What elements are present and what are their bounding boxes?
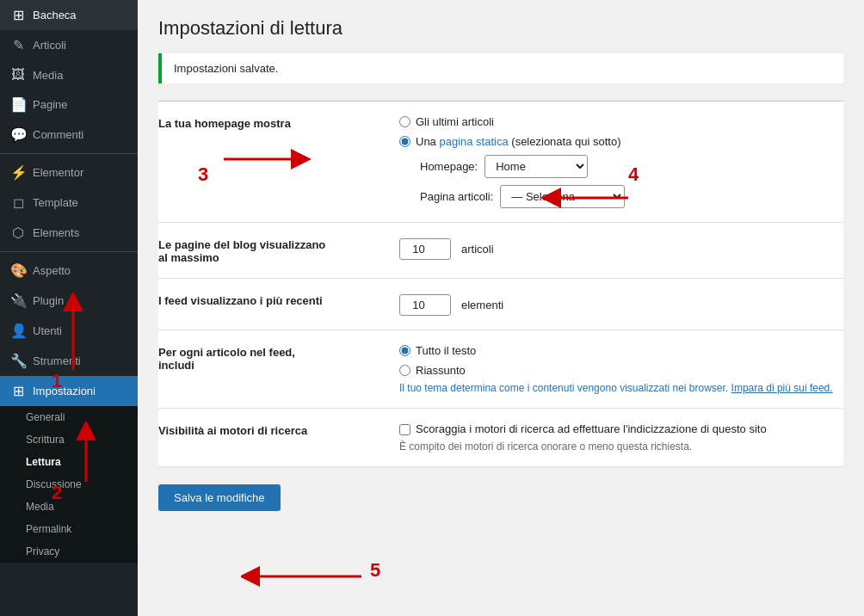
visibility-label: Visibilità ai motori di ricerca: [158, 422, 399, 437]
homepage-radio-group: Gli ultimi articoli Una pagina statica (…: [399, 115, 843, 148]
elementor-icon: ⚡: [10, 164, 26, 181]
submenu-lettura[interactable]: Lettura: [0, 451, 138, 473]
feed-include-label: Per ogni articolo nel feed,includi: [158, 344, 399, 372]
page-title: Impostazioni di lettura: [158, 17, 843, 40]
blog-pages-row: Le pagine del blog visualizzanoal massim…: [158, 223, 843, 279]
submenu-scrittura[interactable]: Scrittura: [0, 428, 138, 451]
visibility-control: Scoraggia i motori di ricerca ad effettu…: [399, 422, 843, 453]
dashboard-icon: ⊞: [10, 7, 26, 23]
feed-radio-summary[interactable]: [399, 365, 410, 376]
articles-select-row: Pagina articoli: — Seleziona —: [420, 185, 843, 208]
sidebar-item-media[interactable]: 🖼 Media: [0, 60, 138, 89]
feed-include-row: Per ogni articolo nel feed,includi Tutto…: [158, 330, 843, 409]
elements-icon: ⬡: [10, 225, 26, 241]
homepage-radio-articles[interactable]: [399, 116, 410, 127]
sidebar-item-utenti[interactable]: 👤 Utenti: [0, 316, 138, 346]
annotation-5: 5: [370, 559, 380, 582]
sidebar-item-bacheca[interactable]: ⊞ Bacheca: [0, 0, 138, 30]
sidebar-item-template[interactable]: ◻ Template: [0, 188, 138, 218]
settings-table: La tua homepage mostra Gli ultimi artico…: [158, 101, 843, 467]
submenu-media[interactable]: Media: [0, 496, 138, 518]
utenti-icon: 👤: [10, 323, 26, 339]
impostazioni-submenu: Generali Scrittura Lettura Discussione M…: [0, 406, 138, 563]
sidebar-item-aspetto[interactable]: 🎨 Aspetto: [0, 256, 138, 286]
plugin-icon: 🔌: [10, 293, 26, 309]
feed-info: Il tuo tema determina come i contenuti v…: [399, 382, 843, 394]
homepage-radio-static[interactable]: [399, 136, 410, 147]
blog-pages-label: Le pagine del blog visualizzanoal massim…: [158, 237, 399, 264]
template-icon: ◻: [10, 194, 26, 211]
feed-control: elementi: [399, 293, 843, 316]
save-button[interactable]: Salva le modifiche: [158, 484, 281, 511]
static-page-link[interactable]: pagina statica: [439, 135, 508, 148]
submenu-generali[interactable]: Generali: [0, 406, 138, 428]
feed-include-option1[interactable]: Tutto il testo: [399, 344, 843, 357]
homepage-select[interactable]: Home: [484, 155, 588, 178]
feed-include-option2[interactable]: Riassunto: [399, 364, 843, 377]
sidebar-item-commenti[interactable]: 💬 Commenti: [0, 120, 138, 150]
comments-icon: 💬: [10, 126, 26, 143]
feed-include-control: Tutto il testo Riassunto Il tuo tema det…: [399, 344, 843, 394]
homepage-option2[interactable]: Una pagina statica (selezionata qui sott…: [399, 135, 843, 148]
sidebar-item-articoli[interactable]: ✎ Articoli: [0, 30, 138, 60]
notice-saved: Impostazioni salvate.: [158, 53, 843, 83]
homepage-control: Gli ultimi articoli Una pagina statica (…: [399, 115, 843, 208]
submenu-discussione[interactable]: Discussione: [0, 473, 138, 496]
feed-radio-full[interactable]: [399, 345, 410, 356]
visibility-checkbox-item[interactable]: Scoraggia i motori di ricerca ad effettu…: [399, 422, 843, 435]
aspetto-icon: 🎨: [10, 262, 26, 279]
submenu-permalink[interactable]: Permalink: [0, 518, 138, 540]
visibility-help: È compito dei motori di ricerca onorare …: [399, 440, 843, 453]
blog-pages-input[interactable]: [399, 238, 451, 260]
blog-pages-control: articoli: [399, 237, 843, 260]
strumenti-icon: 🔧: [10, 353, 26, 369]
homepage-option1[interactable]: Gli ultimi articoli: [399, 115, 843, 128]
articles-field-label: Pagina articoli:: [420, 190, 493, 203]
sidebar-item-impostazioni[interactable]: ⊞ Impostazioni: [0, 376, 138, 406]
submenu-privacy[interactable]: Privacy: [0, 540, 138, 563]
visibility-row: Visibilità ai motori di ricerca Scoraggi…: [158, 409, 843, 467]
feed-row: I feed visualizzano i più recenti elemen…: [158, 279, 843, 330]
separator: [0, 153, 138, 154]
feed-label: I feed visualizzano i più recenti: [158, 293, 399, 307]
feed-info-link[interactable]: Impara di più sui feed.: [731, 382, 833, 394]
articles-icon: ✎: [10, 37, 26, 53]
sidebar-item-elementor[interactable]: ⚡ Elementor: [0, 157, 138, 188]
homepage-row: La tua homepage mostra Gli ultimi artico…: [158, 102, 843, 223]
main-content: Impostazioni di lettura Impostazioni sal…: [138, 0, 864, 616]
pages-icon: 📄: [10, 96, 26, 113]
feed-include-radio-group: Tutto il testo Riassunto: [399, 344, 843, 377]
feed-input[interactable]: [399, 294, 451, 316]
visibility-checkbox[interactable]: [399, 424, 410, 435]
feed-suffix: elementi: [461, 299, 503, 311]
separator2: [0, 251, 138, 252]
impostazioni-icon: ⊞: [10, 383, 26, 399]
articles-select[interactable]: — Seleziona —: [500, 185, 625, 208]
sidebar-item-plugin[interactable]: 🔌 Plugin: [0, 286, 138, 316]
sidebar-item-strumenti[interactable]: 🔧 Strumenti: [0, 346, 138, 376]
homepage-select-row: Homepage: Home: [420, 155, 843, 178]
blog-pages-suffix: articoli: [461, 243, 494, 256]
sidebar: ⊞ Bacheca ✎ Articoli 🖼 Media 📄 Pagine 💬 …: [0, 0, 138, 616]
homepage-field-label: Homepage:: [420, 160, 478, 173]
sidebar-item-pagine[interactable]: 📄 Pagine: [0, 89, 138, 120]
media-icon: 🖼: [10, 67, 26, 83]
arrow-5: [241, 564, 370, 589]
sidebar-item-elements[interactable]: ⬡ Elements: [0, 218, 138, 248]
homepage-label: La tua homepage mostra: [158, 115, 399, 130]
